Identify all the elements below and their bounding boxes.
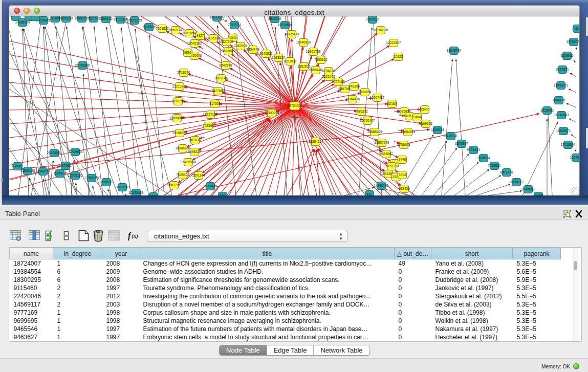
svg-text:8322037: 8322037 [284,59,297,63]
svg-text:3624554: 3624554 [358,90,372,94]
svg-text:12505135: 12505135 [68,173,83,177]
svg-text:17016504: 17016504 [561,143,576,146]
svg-text:6879197: 6879197 [455,142,468,145]
svg-text:18267130: 18267130 [203,113,218,116]
svg-text:7663822: 7663822 [156,27,169,30]
svg-text:15751074: 15751074 [567,40,580,43]
svg-text:8813054: 8813054 [268,17,281,20]
svg-text:7632621: 7632621 [488,164,501,167]
svg-text:10688609: 10688609 [367,130,382,134]
svg-text:1527602: 1527602 [87,16,100,20]
svg-text:8938928: 8938928 [444,134,458,138]
svg-text:18640910: 18640910 [296,40,311,44]
svg-text:15692971: 15692971 [556,129,571,133]
svg-text:15720407: 15720407 [360,119,375,122]
svg-text:7986372: 7986372 [355,110,368,113]
svg-text:317008: 317008 [209,102,221,105]
svg-text:10654112: 10654112 [509,180,524,184]
svg-text:8471676: 8471676 [500,170,513,174]
svg-text:1691144: 1691144 [192,173,205,177]
svg-text:124: 124 [220,194,226,195]
svg-text:9498222: 9498222 [188,150,201,154]
svg-text:435061: 435061 [12,164,23,168]
svg-text:1640954: 1640954 [431,128,444,132]
svg-text:12093873: 12093873 [554,83,569,87]
svg-text:6794028: 6794028 [322,69,335,73]
svg-text:17359934: 17359934 [68,150,83,154]
svg-text:6466160: 6466160 [99,17,113,20]
svg-text:1610755: 1610755 [171,99,185,103]
svg-text:8990448: 8990448 [309,68,322,72]
svg-text:7625402: 7625402 [176,173,189,177]
svg-text:1621072: 1621072 [322,75,335,78]
svg-text:9474444: 9474444 [467,148,480,151]
svg-text:f: f [128,231,132,240]
svg-text:887833: 887833 [189,138,201,142]
svg-text:9756928: 9756928 [397,143,410,146]
svg-text:2935114: 2935114 [477,156,490,160]
svg-text:9777169: 9777169 [332,80,345,83]
svg-text:3675685: 3675685 [222,49,235,53]
svg-text:9245652: 9245652 [521,187,535,191]
svg-text:19218506: 19218506 [278,23,293,27]
svg-text:10653287: 10653287 [59,16,74,20]
svg-text:1167530: 1167530 [570,156,580,159]
svg-text:15409934: 15409934 [181,160,196,164]
svg-text:19654923: 19654923 [401,130,416,134]
svg-text:14136141: 14136141 [374,184,389,187]
svg-text:18300295: 18300295 [265,111,279,115]
svg-text:421: 421 [367,192,373,195]
svg-text:7515526: 7515526 [142,25,156,29]
svg-text:1588520: 1588520 [272,56,285,59]
svg-text:16151372: 16151372 [384,164,399,168]
svg-text:19384554: 19384554 [309,140,323,143]
svg-text:2718176: 2718176 [177,71,190,74]
svg-text:20206556: 20206556 [47,151,62,155]
svg-text:16154838: 16154838 [374,28,388,32]
svg-text:11568129: 11568129 [20,169,35,172]
svg-text:9242848: 9242848 [219,63,232,67]
svg-text:16961758: 16961758 [306,50,321,53]
svg-text:7357224: 7357224 [228,23,241,27]
svg-text:9245: 9245 [150,194,158,195]
svg-text:10046768: 10046768 [176,146,190,150]
svg-text:10543382: 10543382 [187,41,202,45]
svg-text:19166825: 19166825 [172,131,187,135]
svg-text:7955812: 7955812 [314,58,328,61]
svg-text:1362615: 1362615 [297,64,311,68]
svg-text:9146821: 9146821 [259,52,273,55]
svg-text:92450: 92450 [534,194,543,195]
svg-text:30975867: 30975867 [58,164,73,167]
svg-text:9327: 9327 [197,34,204,37]
svg-text:16648784: 16648784 [447,49,462,52]
svg-text:9327503: 9327503 [220,40,233,43]
svg-text:9857791: 9857791 [167,183,181,187]
svg-text:9464: 9464 [413,115,421,119]
svg-text:12213967: 12213967 [386,41,401,45]
svg-text:9214: 9214 [399,173,406,177]
svg-text:12942757: 12942757 [36,169,51,173]
svg-text:12213369: 12213369 [172,84,187,88]
svg-text:9084067: 9084067 [380,152,393,156]
svg-text:20364436: 20364436 [345,97,360,101]
svg-text:10958127: 10958127 [99,180,114,184]
svg-text:10922: 10922 [394,55,403,58]
svg-text:9227341: 9227341 [556,68,569,71]
svg-text:9746: 9746 [399,158,406,161]
svg-text:2367608: 2367608 [234,44,247,48]
svg-text:16210643: 16210643 [554,113,569,117]
svg-text:9896: 9896 [184,51,192,54]
svg-text:8454749: 8454749 [246,48,259,51]
svg-text:1244415: 1244415 [552,98,565,102]
svg-text:3186328: 3186328 [207,36,220,40]
svg-text:18807249: 18807249 [375,141,389,144]
svg-text:10719185: 10719185 [114,17,128,21]
svg-text:933426: 933426 [399,187,410,190]
svg-text:(x): (x) [132,233,138,239]
svg-text:8660124: 8660124 [169,28,182,32]
svg-text:16671355: 16671355 [127,18,142,22]
svg-text:16782759: 16782759 [115,185,130,189]
svg-text:62160: 62160 [387,102,397,105]
svg-text:17957255: 17957255 [84,176,99,180]
svg-text:746206: 746206 [349,84,360,88]
